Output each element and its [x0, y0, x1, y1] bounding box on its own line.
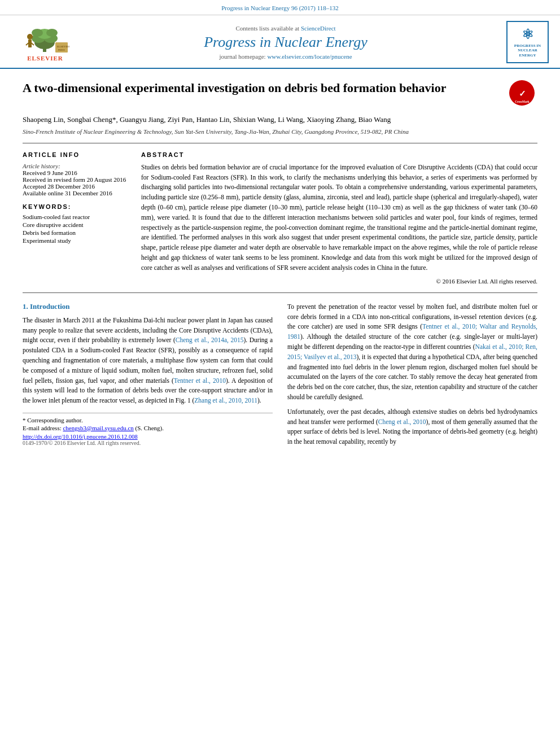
left-column: 1. Introduction The disaster in March 20… [23, 302, 273, 452]
svg-text:CrossMark: CrossMark [515, 99, 530, 103]
intro-para-3: Unfortunately, over the past decades, al… [287, 407, 537, 447]
ref-nakai2010[interactable]: Nakai et al., 2010; Ren, 2015; Vasilyev … [287, 343, 537, 360]
svg-point-7 [27, 34, 33, 40]
email-note: E-mail address: chengsb3@mail.sysu.edu.c… [23, 425, 273, 431]
svg-text:✓: ✓ [518, 89, 526, 98]
svg-point-5 [32, 29, 43, 37]
svg-text:ELSEVIER: ELSEVIER [57, 45, 69, 48]
ref-cheng2010[interactable]: Cheng et al., 2010 [378, 418, 426, 425]
top-bar: Progress in Nuclear Energy 96 (2017) 118… [0, 0, 560, 15]
journal-logo-section: ⚛ PROGRESS INNUCLEARENERGY [492, 21, 549, 63]
abstract-text: Studies on debris bed formation behavior… [141, 163, 537, 273]
section1-heading: 1. Introduction [23, 302, 273, 311]
abstract-heading: ABSTRACT [141, 151, 537, 158]
revised-date: Received in revised form 20 August 2016 [23, 176, 130, 183]
keyword-4: Experimental study [23, 237, 130, 244]
authors-line: Shaopeng Lin, Songbai Cheng*, Guangyu Ji… [23, 114, 537, 126]
email-link[interactable]: chengsb3@mail.sysu.edu.cn [63, 425, 133, 431]
crossmark-badge: ✓ CrossMark [509, 80, 537, 108]
elsevier-tree-icon: ELSEVIER PRESS [21, 23, 69, 54]
journal-header: ELSEVIER PRESS ELSEVIER Contents lists a… [0, 15, 560, 69]
sciencedirect-link[interactable]: ScienceDirect [301, 25, 336, 32]
article-info-abstract: ARTICLE INFO Article history: Received 9… [23, 143, 537, 293]
body-columns: 1. Introduction The disaster in March 20… [23, 302, 537, 452]
article-info-heading: ARTICLE INFO [23, 151, 130, 158]
article-info-panel: ARTICLE INFO Article history: Received 9… [23, 151, 130, 285]
logo-text: PROGRESS INNUCLEARENERGY [514, 43, 541, 58]
doi-link[interactable]: http://dx.doi.org/10.1016/j.pnucene.2016… [23, 434, 138, 440]
online-date: Available online 31 December 2016 [23, 190, 130, 196]
intro-para-1: The disaster in March 2011 at the Fukush… [23, 316, 273, 406]
article-title-section: A two-dimensional experimental investiga… [23, 80, 537, 108]
abstract-section: ABSTRACT Studies on debris bed formation… [141, 151, 537, 285]
journal-title: Progress in Nuclear Energy [79, 34, 492, 51]
elsevier-logo-section: ELSEVIER PRESS ELSEVIER [11, 23, 79, 62]
issn-line: 0149-1970/© 2016 Elsevier Ltd. All right… [23, 440, 273, 446]
homepage-line: journal homepage: www.elsevier.com/locat… [79, 53, 492, 60]
journal-title-section: Contents lists available at ScienceDirec… [79, 25, 492, 60]
keyword-3: Debris bed formation [23, 229, 130, 236]
footnote-section: * Corresponding author. E-mail address: … [23, 413, 273, 431]
received-date: Received 9 June 2016 [23, 169, 130, 176]
copyright-line: © 2016 Elsevier Ltd. All rights reserved… [141, 278, 537, 285]
homepage-url[interactable]: www.elsevier.com/locate/pnucene [267, 53, 352, 60]
ref-tentner2010a[interactable]: Tentner et al., 2010 [174, 377, 226, 384]
journal-reference: Progress in Nuclear Energy 96 (2017) 118… [221, 5, 339, 11]
article-history: Article history: Received 9 June 2016 Re… [23, 163, 130, 196]
ref-zhang2010[interactable]: Zhang et al., 2010, 2011 [194, 397, 257, 404]
doi-line[interactable]: http://dx.doi.org/10.1016/j.pnucene.2016… [23, 434, 273, 440]
svg-point-6 [46, 29, 58, 37]
ref-cheng2014[interactable]: Cheng et al., 2014a, 2015 [176, 337, 244, 343]
keywords-section: Keywords: Sodium-cooled fast reactor Cor… [23, 203, 130, 244]
history-label: Article history: [23, 163, 130, 169]
main-content: A two-dimensional experimental investiga… [0, 69, 560, 463]
journal-logo-box: ⚛ PROGRESS INNUCLEARENERGY [506, 21, 549, 63]
elsevier-brand-label: ELSEVIER [27, 55, 63, 62]
article-title: A two-dimensional experimental investiga… [23, 80, 446, 97]
crossmark-icon: ✓ CrossMark [509, 80, 535, 106]
right-column: To prevent the penetration of the reacto… [287, 302, 537, 452]
keyword-1: Sodium-cooled fast reactor [23, 213, 130, 220]
ref-tentner2010b[interactable]: Tentner et al., 2010; Waltar and Reynold… [287, 323, 537, 340]
affiliation-line: Sino-French Institute of Nuclear Enginee… [23, 128, 537, 135]
intro-para-2: To prevent the penetration of the reacto… [287, 302, 537, 403]
sciencedirect-line: Contents lists available at ScienceDirec… [79, 25, 492, 32]
keyword-2: Core disruptive accident [23, 221, 130, 228]
keywords-heading: Keywords: [23, 203, 130, 210]
atom-icon: ⚛ [522, 27, 534, 42]
accepted-date: Accepted 28 December 2016 [23, 183, 130, 190]
corresponding-note: * Corresponding author. [23, 417, 273, 423]
svg-text:PRESS: PRESS [58, 49, 65, 51]
